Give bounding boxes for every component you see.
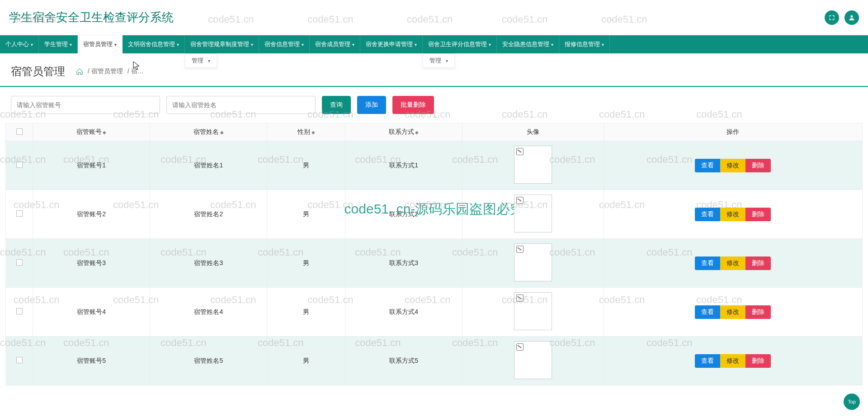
delete-button[interactable]: 删除: [745, 305, 771, 319]
view-button[interactable]: 查看: [695, 256, 720, 270]
row-checkbox[interactable]: [16, 357, 23, 363]
row-checkbox[interactable]: [16, 259, 23, 266]
header-actions: [825, 10, 859, 25]
col-account[interactable]: 宿管账号: [33, 124, 150, 141]
data-table: 宿管账号 宿管姓名 性别 联系方式 头像 操作 宿管账号1 宿管姓名1 男 联系…: [5, 123, 863, 385]
cell-name: 宿管姓名1: [150, 141, 267, 190]
table-row: 宿管账号3 宿管姓名3 男 联系方式3 查看 修改 删除: [6, 239, 863, 288]
row-checkbox[interactable]: [16, 210, 23, 217]
delete-button[interactable]: 删除: [745, 354, 771, 368]
view-button[interactable]: 查看: [695, 305, 720, 319]
app-title: 学生宿舍安全卫生检查评分系统: [9, 10, 174, 25]
nav-label: 文明宿舍信息管理: [128, 40, 175, 48]
nav-submenu[interactable]: 管理 ▾: [423, 53, 455, 68]
nav-label: 宿舍成员管理: [315, 40, 350, 48]
cell-account: 宿管账号5: [33, 337, 150, 385]
nav-label: 安全隐患信息管理: [502, 40, 549, 48]
nav-submenu[interactable]: 管理 ▾: [185, 53, 217, 68]
select-all-checkbox[interactable]: [16, 128, 23, 135]
edit-button[interactable]: 修改: [720, 208, 745, 221]
avatar-image: [514, 292, 552, 330]
cell-contact: 联系方式1: [345, 141, 462, 190]
main-nav: 个人中心▾学生管理▾宿管员管理▾文明宿舍信息管理▾宿舍管理规章制度管理▾管理 ▾…: [0, 35, 868, 53]
nav-label: 宿管员管理: [83, 40, 113, 48]
nav-item-3[interactable]: 文明宿舍信息管理▾: [123, 35, 185, 53]
view-button[interactable]: 查看: [695, 354, 720, 368]
nav-label: 宿舍更换申请管理: [366, 40, 413, 48]
table-header-row: 宿管账号 宿管姓名 性别 联系方式 头像 操作: [6, 124, 863, 141]
breadcrumb-item[interactable]: 宿管员管理: [86, 67, 123, 76]
cell-gender: 男: [267, 190, 345, 239]
table-row: 宿管账号2 宿管姓名2 男 联系方式2 查看 修改 删除: [6, 190, 863, 239]
row-actions: 查看 修改 删除: [695, 256, 771, 270]
chevron-down-icon: ▾: [114, 42, 117, 47]
nav-item-5[interactable]: 宿舍信息管理▾: [259, 35, 310, 53]
cell-name: 宿管姓名2: [150, 190, 267, 239]
nav-item-0[interactable]: 个人中心▾: [0, 35, 39, 53]
nav-label: 个人中心: [5, 40, 29, 48]
nav-item-7[interactable]: 宿舍更换申请管理▾: [360, 35, 423, 53]
nav-item-2[interactable]: 宿管员管理▾: [78, 35, 123, 53]
row-checkbox[interactable]: [16, 308, 23, 314]
user-icon: [848, 14, 855, 21]
row-actions: 查看 修改 删除: [695, 159, 771, 172]
view-button[interactable]: 查看: [695, 159, 720, 172]
search-name-input[interactable]: [166, 96, 316, 114]
delete-button[interactable]: 删除: [745, 159, 771, 172]
view-button[interactable]: 查看: [695, 208, 720, 221]
row-actions: 查看 修改 删除: [695, 305, 771, 319]
chevron-down-icon: ▾: [251, 42, 253, 47]
edit-button[interactable]: 修改: [720, 354, 745, 368]
avatar-image: [514, 243, 552, 281]
fullscreen-button[interactable]: [825, 10, 839, 25]
cell-account: 宿管账号4: [33, 288, 150, 337]
edit-button[interactable]: 修改: [720, 159, 745, 172]
home-icon: [76, 68, 83, 75]
nav-item-10[interactable]: 报修信息管理▾: [559, 35, 610, 53]
avatar-image: [514, 146, 552, 184]
nav-item-1[interactable]: 学生管理▾: [39, 35, 78, 53]
nav-sub-label: 管理: [192, 57, 203, 65]
table-row: 宿管账号5 宿管姓名5 男 联系方式5 查看 修改 删除: [6, 337, 863, 385]
row-checkbox[interactable]: [16, 162, 23, 168]
cell-account: 宿管账号2: [33, 190, 150, 239]
table-row: 宿管账号4 宿管姓名4 男 联系方式4 查看 修改 删除: [6, 288, 863, 337]
cell-gender: 男: [267, 288, 345, 337]
delete-button[interactable]: 删除: [745, 256, 771, 270]
nav-item-4[interactable]: 宿舍管理规章制度管理▾管理 ▾: [185, 35, 259, 53]
delete-button[interactable]: 删除: [745, 208, 771, 221]
cell-name: 宿管姓名3: [150, 239, 267, 288]
avatar-image: [514, 195, 552, 233]
edit-button[interactable]: 修改: [720, 256, 745, 270]
toolbar: 查询 添加 批量删除: [0, 87, 868, 123]
nav-label: 学生管理: [44, 40, 68, 48]
avatar-image: [514, 341, 552, 379]
chevron-down-icon: ▾: [302, 42, 304, 47]
col-contact[interactable]: 联系方式: [345, 124, 462, 141]
page-title: 宿管员管理: [11, 64, 65, 79]
search-account-input[interactable]: [11, 96, 160, 114]
chevron-down-icon: ▾: [489, 42, 491, 47]
cell-gender: 男: [267, 141, 345, 190]
batch-delete-button[interactable]: 批量删除: [392, 96, 434, 114]
breadcrumb-item: 宿…: [126, 67, 144, 76]
col-name[interactable]: 宿管姓名: [150, 124, 267, 141]
cell-contact: 联系方式3: [345, 239, 462, 288]
table-row: 宿管账号1 宿管姓名1 男 联系方式1 查看 修改 删除: [6, 141, 863, 190]
nav-item-8[interactable]: 宿舍卫生评分信息管理▾管理 ▾: [423, 35, 497, 53]
chevron-down-icon: ▾: [602, 42, 604, 47]
col-gender[interactable]: 性别: [267, 124, 345, 141]
chevron-down-icon: ▾: [31, 42, 33, 47]
chevron-down-icon: ▾: [446, 58, 448, 63]
cell-account: 宿管账号1: [33, 141, 150, 190]
edit-button[interactable]: 修改: [720, 305, 745, 319]
query-button[interactable]: 查询: [322, 96, 351, 114]
nav-sub-label: 管理: [429, 57, 441, 65]
user-button[interactable]: [844, 10, 859, 25]
cell-account: 宿管账号3: [33, 239, 150, 288]
nav-item-6[interactable]: 宿舍成员管理▾: [310, 35, 360, 53]
add-button[interactable]: 添加: [357, 96, 386, 114]
app-header: 学生宿舍安全卫生检查评分系统: [0, 0, 868, 35]
nav-item-9[interactable]: 安全隐患信息管理▾: [497, 35, 559, 53]
chevron-down-icon: ▾: [551, 42, 553, 47]
